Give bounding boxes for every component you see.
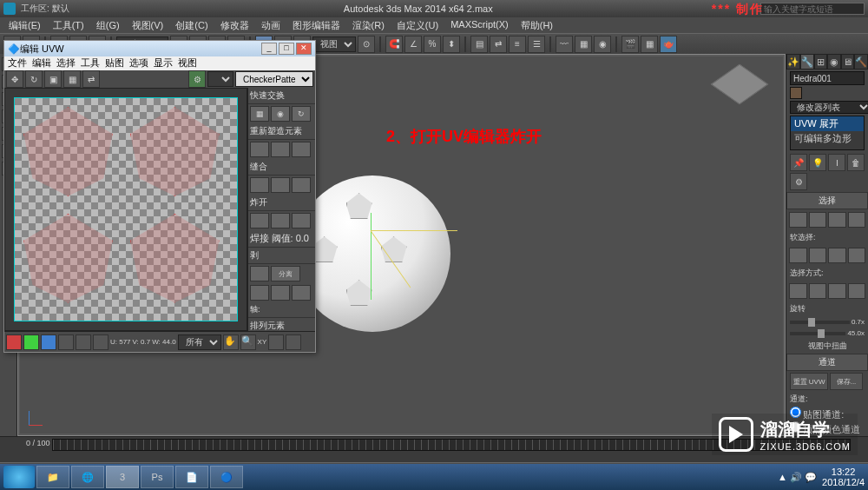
stack-uvw-unwrap[interactable]: UVW 展开 [791,116,864,131]
taskbar-app-6[interactable]: 🔵 [210,466,243,488]
gizmo-x-axis[interactable] [371,230,457,231]
uvw-reshape-2[interactable] [271,142,290,157]
uvw-nav-2[interactable] [286,334,301,350]
schematic-button[interactable]: ▦ [575,36,592,53]
uvw-btn-5[interactable] [76,334,91,350]
uvw-titlebar[interactable]: 🔷 编辑 UVW _ □ ✕ [4,41,315,56]
uvw-reshape-3[interactable] [292,142,311,157]
render-frame-button[interactable]: ▦ [641,36,658,53]
stack-show-button[interactable]: 💡 [809,154,826,171]
menu-animation[interactable]: 动画 [256,17,286,33]
motion-tab[interactable]: ◉ [827,54,840,70]
tray-icons[interactable]: ▲ 🔊 💬 [778,472,817,483]
taskbar-photoshop[interactable]: Ps [141,466,174,488]
utilities-tab[interactable]: 🔨 [854,54,868,70]
soccer-ball-mesh[interactable] [294,175,450,332]
uvw-minimize-button[interactable]: _ [261,43,277,55]
uvw-edge-mode[interactable] [23,334,39,350]
object-name-input[interactable] [790,71,865,85]
selmode-1[interactable] [789,283,807,299]
uvw-freeform-button[interactable]: ▦ [63,70,81,88]
uvw-menu-view[interactable]: 视图 [178,56,197,70]
channel-rollout-header[interactable]: 通道 [786,354,868,371]
tray-time[interactable]: 13:22 [822,467,865,477]
hierarchy-tab[interactable]: ⊞ [814,54,827,70]
create-tab[interactable]: ✨ [786,54,800,70]
soft-btn-2[interactable] [809,248,827,263]
taskbar-ie[interactable]: 🌐 [71,466,104,488]
uvw-canvas[interactable] [4,88,247,331]
layers-button[interactable]: ☰ [528,36,545,53]
pivot-button[interactable]: ⊙ [358,36,375,53]
menu-group[interactable]: 组(G) [91,17,125,33]
uvw-nav-1[interactable] [268,334,284,350]
uvw-menu-file[interactable]: 文件 [8,56,27,70]
mirror-button[interactable]: ⇄ [490,36,507,53]
uvw-vertex-mode[interactable] [6,334,22,350]
stack-config-button[interactable]: ⚙ [790,173,807,190]
taskbar-app-5[interactable]: 📄 [175,466,208,488]
taskbar-3dsmax[interactable]: 3 [106,466,139,488]
sel-edge-button[interactable] [809,212,827,228]
percent-snap-button[interactable]: % [424,36,441,53]
selmode-3[interactable] [828,283,846,299]
menu-create[interactable]: 创建(C) [170,17,213,33]
uvw-detach-btn[interactable]: 分离 [271,266,300,281]
uv-cluster[interactable] [130,214,219,302]
uvw-peel-3[interactable] [250,285,269,301]
uvw-quick-btn-1[interactable]: ▦ [250,106,269,122]
menu-customize[interactable]: 自定义(U) [391,17,444,33]
rotate-slider-1[interactable] [790,321,850,324]
uvw-stitch-3[interactable] [292,177,311,193]
uvw-menu-options[interactable]: 选项 [129,56,148,70]
uvw-map-dropdown[interactable]: CheckerPattern（棋盘） [235,71,313,87]
ref-coord-dropdown[interactable]: 视图 [312,36,356,52]
uvw-uv-dropdown[interactable]: UV [207,71,233,87]
uvw-explode-2[interactable] [271,213,290,228]
spinner-snap-button[interactable]: ⬍ [443,36,460,53]
uv-cluster[interactable] [23,214,112,302]
display-tab[interactable]: 🖥 [841,54,854,70]
uvw-btn-6[interactable] [93,334,108,350]
taskbar-explorer[interactable]: 📁 [36,466,69,488]
uvw-mirror-button[interactable]: ⇄ [82,70,100,88]
soft-btn-4[interactable] [848,248,866,263]
uvw-id-dropdown[interactable]: 所有 ID [178,334,221,350]
sel-vertex-button[interactable] [789,212,807,228]
stack-editable-poly[interactable]: 可编辑多边形 [791,131,864,146]
uvw-element-mode[interactable] [58,334,74,350]
selmode-2[interactable] [809,283,827,299]
material-editor-button[interactable]: ◉ [594,36,611,53]
align-button[interactable]: ≡ [509,36,526,53]
uvw-rotate-button[interactable]: ↻ [25,70,43,88]
uvw-scale-button[interactable]: ▣ [44,70,62,88]
uvw-close-button[interactable]: ✕ [296,43,312,55]
menu-view[interactable]: 视图(V) [127,17,169,33]
soft-btn-3[interactable] [828,248,846,263]
menu-maxscript[interactable]: MAXScript(X) [445,17,514,33]
snap-button[interactable]: 🧲 [385,36,403,53]
uvw-stitch-2[interactable] [271,177,290,193]
uvw-move-button[interactable]: ✥ [6,70,23,88]
uvw-quick-btn-3[interactable]: ↻ [292,106,311,122]
menu-graph-editors[interactable]: 图形编辑器 [287,17,345,33]
angle-snap-button[interactable]: ∠ [404,36,422,53]
modifier-list-dropdown[interactable]: 修改器列表 [790,101,868,114]
uvw-zoom-button[interactable]: 🔍 [240,334,256,350]
save-uvw-button[interactable]: 保存... [830,373,863,390]
curve-editor-button[interactable]: 〰 [556,36,573,53]
help-search-input[interactable] [760,3,865,15]
uvw-menu-display[interactable]: 显示 [154,56,173,70]
object-color-swatch[interactable] [790,87,802,99]
sel-element-button[interactable] [848,212,866,228]
uvw-menu-select[interactable]: 选择 [56,56,76,70]
viewcube[interactable] [711,64,769,105]
uvw-menu-tools[interactable]: 工具 [81,56,100,70]
menu-help[interactable]: 帮助(H) [516,17,558,33]
menu-edit[interactable]: 编辑(E) [3,17,46,33]
stack-remove-button[interactable]: 🗑 [847,154,865,171]
start-button[interactable] [3,466,35,488]
uvw-hand-button[interactable]: ✋ [223,334,239,350]
uvw-options-button[interactable]: ⚙ [188,70,206,88]
gizmo-y-axis[interactable] [371,213,372,300]
